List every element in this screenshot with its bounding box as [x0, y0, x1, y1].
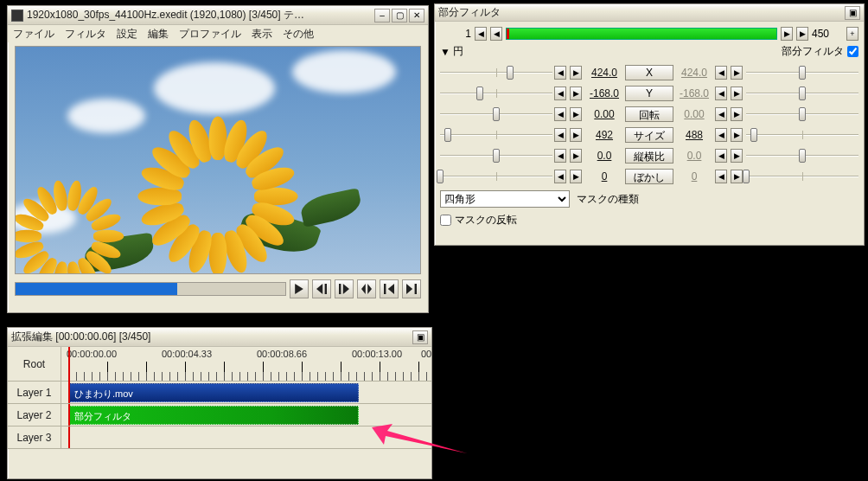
param-button-Y[interactable]: Y — [625, 86, 673, 101]
slider-right-X[interactable] — [746, 66, 858, 80]
slider-left-ぼかし[interactable] — [440, 170, 552, 183]
inc-b-X[interactable]: ▶ — [731, 66, 743, 80]
maximize-button[interactable]: ▢ — [392, 9, 407, 22]
slider-left-縦横比[interactable] — [440, 149, 552, 163]
inc-b-Y[interactable]: ▶ — [731, 87, 743, 100]
timeline-close-button[interactable]: ▣ — [412, 330, 428, 344]
preview-titlebar[interactable]: 1920x1080_30fps_44100Hz.exedit (1920,108… — [8, 6, 428, 25]
minimize-button[interactable]: – — [374, 9, 390, 22]
dec-a-Y[interactable]: ◀ — [554, 87, 566, 100]
value-a-回転[interactable]: 0.00 — [585, 108, 623, 120]
clip-video[interactable]: ひまわり.mov — [68, 383, 359, 402]
inc-a-X[interactable]: ▶ — [570, 66, 582, 80]
layer-1-header[interactable]: Layer 1 — [8, 382, 61, 404]
frame-prev-fast-button[interactable]: ◀ — [475, 27, 487, 41]
inc-b-ぼかし[interactable]: ▶ — [731, 170, 743, 183]
play-button[interactable] — [290, 279, 309, 298]
value-a-Y[interactable]: -168.0 — [585, 87, 623, 99]
param-button-サイズ[interactable]: サイズ — [625, 127, 673, 143]
dec-b-X[interactable]: ◀ — [715, 66, 727, 80]
seek-track[interactable] — [15, 282, 286, 296]
dec-a-サイズ[interactable]: ◀ — [554, 128, 566, 142]
value-b-縦横比[interactable]: 0.0 — [675, 150, 713, 162]
frame-track[interactable] — [506, 28, 777, 40]
menu-profile[interactable]: プロファイル — [179, 27, 241, 42]
frame-next-fast-button[interactable]: ▶ — [796, 27, 808, 41]
timeline-titlebar[interactable]: 拡張編集 [00:00:00.06] [3/450] ▣ — [8, 328, 431, 347]
inc-a-Y[interactable]: ▶ — [570, 87, 582, 100]
inc-b-回転[interactable]: ▶ — [731, 107, 743, 121]
dec-a-X[interactable]: ◀ — [554, 66, 566, 80]
param-button-X[interactable]: X — [625, 65, 673, 80]
filter-close-button[interactable]: ▣ — [845, 6, 860, 20]
slider-right-縦横比[interactable] — [746, 149, 858, 163]
value-b-X[interactable]: 424.0 — [675, 67, 713, 79]
timeline-root-button[interactable]: Root — [8, 347, 61, 382]
value-a-縦横比[interactable]: 0.0 — [585, 150, 623, 162]
dec-b-縦横比[interactable]: ◀ — [715, 149, 727, 163]
dec-a-ぼかし[interactable]: ◀ — [554, 170, 566, 183]
dec-b-ぼかし[interactable]: ◀ — [715, 170, 727, 183]
menu-settings[interactable]: 設定 — [117, 27, 137, 42]
menu-bar: ファイル フィルタ 設定 編集 プロファイル 表示 その他 — [8, 25, 428, 42]
slider-right-サイズ[interactable] — [746, 128, 858, 142]
inc-a-サイズ[interactable]: ▶ — [570, 128, 582, 142]
slider-left-X[interactable] — [440, 66, 552, 80]
timeline-ruler[interactable]: 00:00:00.00 00:00:04.33 00:00:08.66 00:0… — [61, 347, 431, 382]
inc-b-縦横比[interactable]: ▶ — [731, 149, 743, 163]
filter-titlebar[interactable]: 部分フィルタ ▣ — [435, 4, 864, 22]
param-button-回転[interactable]: 回転 — [625, 106, 673, 122]
inc-a-縦横比[interactable]: ▶ — [570, 149, 582, 163]
frame-add-button[interactable]: + — [846, 27, 858, 41]
frame-forward-button[interactable] — [335, 279, 354, 298]
slider-right-回転[interactable] — [746, 107, 858, 121]
inc-a-回転[interactable]: ▶ — [570, 107, 582, 121]
frame-next-button[interactable]: ▶ — [781, 27, 793, 41]
stop-button[interactable] — [357, 279, 376, 298]
mask-invert-checkbox[interactable] — [440, 215, 451, 226]
collapse-toggle[interactable]: ▼ — [440, 46, 453, 58]
value-b-ぼかし[interactable]: 0 — [675, 170, 713, 183]
menu-other[interactable]: その他 — [283, 27, 314, 42]
slider-left-回転[interactable] — [440, 107, 552, 121]
value-b-回転[interactable]: 0.00 — [675, 108, 713, 120]
param-row-Y: ◀▶-168.0Y-168.0◀▶ — [440, 83, 858, 104]
skip-start-button[interactable] — [380, 279, 399, 298]
inc-a-ぼかし[interactable]: ▶ — [570, 170, 582, 183]
mask-type-select[interactable]: 四角形 — [440, 190, 570, 208]
menu-filter[interactable]: フィルタ — [65, 27, 106, 42]
menu-view[interactable]: 表示 — [252, 27, 272, 42]
param-button-ぼかし[interactable]: ぼかし — [625, 169, 673, 184]
value-a-X[interactable]: 424.0 — [585, 67, 623, 79]
filter-toggle-label: 部分フィルタ — [463, 44, 844, 59]
slider-left-サイズ[interactable] — [440, 128, 552, 142]
menu-file[interactable]: ファイル — [13, 27, 54, 42]
menu-edit[interactable]: 編集 — [148, 27, 169, 42]
layer-3-header[interactable]: Layer 3 — [8, 426, 61, 449]
inc-b-サイズ[interactable]: ▶ — [731, 128, 743, 142]
slider-right-ぼかし[interactable] — [746, 170, 858, 183]
layer-2-header[interactable]: Layer 2 — [8, 404, 61, 426]
frame-prev-button[interactable]: ◀ — [490, 27, 502, 41]
timeline-cursor[interactable] — [68, 347, 70, 382]
clip-filter[interactable]: 部分フィルタ — [68, 406, 359, 425]
skip-end-button[interactable] — [402, 279, 421, 298]
filter-enable-checkbox[interactable] — [847, 46, 858, 57]
dec-a-縦横比[interactable]: ◀ — [554, 149, 566, 163]
dec-b-Y[interactable]: ◀ — [715, 87, 727, 100]
param-button-縦横比[interactable]: 縦横比 — [625, 148, 673, 164]
slider-left-Y[interactable] — [440, 87, 552, 100]
dec-b-回転[interactable]: ◀ — [715, 107, 727, 121]
close-button[interactable]: ✕ — [409, 9, 424, 22]
value-b-Y[interactable]: -168.0 — [675, 87, 713, 99]
frame-back-button[interactable] — [312, 279, 331, 298]
video-preview[interactable] — [15, 46, 421, 274]
value-b-サイズ[interactable]: 488 — [675, 129, 713, 141]
dec-a-回転[interactable]: ◀ — [554, 107, 566, 121]
slider-right-Y[interactable] — [746, 87, 858, 100]
value-a-ぼかし[interactable]: 0 — [585, 170, 623, 183]
dec-b-サイズ[interactable]: ◀ — [715, 128, 727, 142]
value-a-サイズ[interactable]: 492 — [585, 129, 623, 141]
ruler-time-2: 00:00:08.66 — [257, 349, 307, 359]
layer-1-track[interactable]: ひまわり.mov — [61, 382, 431, 404]
